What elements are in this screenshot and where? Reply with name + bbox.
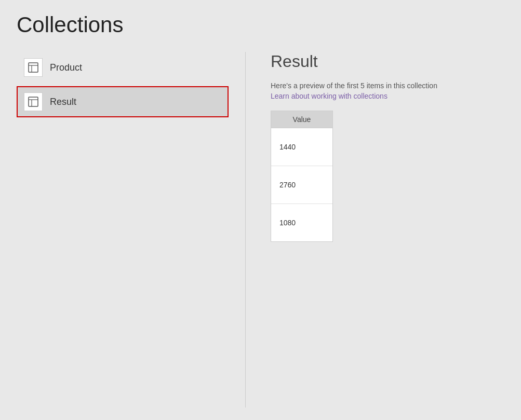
result-title: Result	[271, 52, 504, 71]
collection-item-result[interactable]: Result	[17, 86, 229, 117]
left-panel: Product Result	[17, 52, 245, 408]
table-icon-result	[28, 96, 39, 107]
collection-icon-result	[24, 92, 43, 111]
table-row: 2760	[271, 166, 332, 204]
table-row: 1440	[271, 128, 332, 166]
panel-divider	[245, 52, 246, 408]
table-row: 1080	[271, 204, 332, 241]
table-icon	[28, 62, 39, 73]
collection-icon-product	[24, 58, 43, 77]
collection-product-label: Product	[50, 62, 82, 73]
learn-collections-link[interactable]: Learn about working with collections	[271, 92, 504, 100]
svg-rect-0	[29, 63, 38, 72]
collection-result-label: Result	[50, 97, 76, 107]
page-title: Collections	[17, 12, 504, 37]
page-container: Collections Product	[0, 0, 521, 420]
preview-description: Here's a preview of the first 5 items in…	[271, 82, 504, 90]
collection-item-product[interactable]: Product	[17, 52, 229, 83]
table-header-value: Value	[271, 111, 332, 128]
svg-rect-3	[29, 97, 38, 106]
result-table: Value 1440 2760 1080	[271, 111, 333, 242]
right-panel: Result Here's a preview of the first 5 i…	[262, 52, 504, 408]
main-content: Product Result Result Here's a preview o…	[17, 52, 504, 408]
